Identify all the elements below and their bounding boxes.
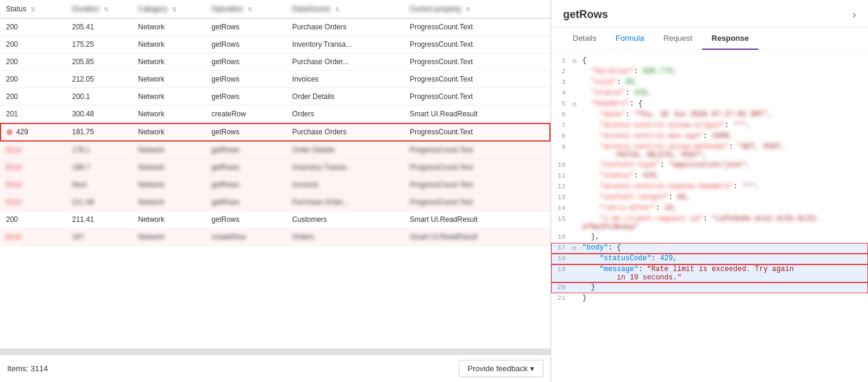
detail-content[interactable]: 1⊟{2 "duration": 680.776,3 "size": 86,4 … xyxy=(551,50,868,382)
cell-category: Network xyxy=(132,142,206,159)
detail-close-button[interactable]: › xyxy=(852,8,856,21)
col-header-category[interactable]: Category ⇅ xyxy=(132,0,206,19)
table-row[interactable]: Error211.48NetworkgetRowsPurchase Order.… xyxy=(0,194,551,211)
table-row[interactable]: 200205.41NetworkgetRowsPurchase OrdersPr… xyxy=(0,19,551,36)
line-value: 429, xyxy=(634,89,651,97)
cell-control: ProgressCount.Text xyxy=(404,53,551,71)
line-toggle[interactable] xyxy=(573,265,582,266)
table-row[interactable]: 200200.1NetworkgetRowsOrder DetailsProgr… xyxy=(0,88,551,106)
cell-datasource: Invoices xyxy=(286,71,404,88)
table-row[interactable]: Error188.7NetworkgetRowsInventory Transa… xyxy=(0,159,551,176)
line-content: "content-length": 86, xyxy=(582,193,868,201)
status-blurred: Error xyxy=(6,233,22,241)
line-toggle[interactable] xyxy=(573,67,582,68)
tab-request[interactable]: Request xyxy=(654,28,701,50)
cell-duration: 167 xyxy=(66,228,132,246)
line-toggle[interactable] xyxy=(573,161,582,162)
cell-operation: getRows xyxy=(205,123,286,142)
cell-category: Network xyxy=(132,88,206,106)
line-key: "access-control-allow-origin" xyxy=(600,121,725,130)
line-number: 13 xyxy=(551,193,573,201)
line-value: "application/json", xyxy=(669,161,751,169)
cell-duration: 175.25 xyxy=(66,36,132,53)
cell-datasource: Purchase Order... xyxy=(286,194,404,211)
line-toggle[interactable] xyxy=(573,110,582,112)
tab-response[interactable]: Response xyxy=(702,28,758,50)
cell-datasource: Purchase Orders xyxy=(286,19,404,36)
col-header-status[interactable]: Status ⇅ xyxy=(0,0,66,19)
table-row[interactable]: Error178.1NetworkgetRowsOrder DetailsPro… xyxy=(0,142,551,159)
code-line: 2 "duration": 680.776, xyxy=(551,67,868,77)
line-number: 21 xyxy=(551,294,573,302)
code-line: 14 "retry-after": 19, xyxy=(551,203,868,214)
line-toggle[interactable] xyxy=(573,132,582,133)
line-key: "duration" xyxy=(591,67,634,76)
tab-formula[interactable]: Formula xyxy=(606,28,654,50)
col-header-duration[interactable]: Duration ⇅ xyxy=(66,0,132,19)
code-line: 19 "message": "Rate limit is exceeded. T… xyxy=(551,264,868,282)
col-header-datasource[interactable]: DataSource ⇅ xyxy=(286,0,404,19)
col-header-operation[interactable]: Operation ⇅ xyxy=(205,0,286,19)
table-row[interactable]: 200175.25NetworkgetRowsInventory Transa.… xyxy=(0,36,551,53)
line-toggle[interactable] xyxy=(573,143,582,144)
table-row[interactable]: ⊗429181.75NetworkgetRowsPurchase OrdersP… xyxy=(0,123,551,142)
cell-status: Error xyxy=(0,176,66,194)
line-toggle[interactable] xyxy=(573,193,582,194)
line-number: 8 xyxy=(551,132,573,140)
table-wrapper[interactable]: Status ⇅ Duration ⇅ Category ⇅ Operati xyxy=(0,0,551,348)
line-toggle[interactable] xyxy=(573,121,582,122)
line-key: "x-ms-client-request-id" xyxy=(600,215,703,223)
code-line: 5⊟ "headers": { xyxy=(551,99,868,110)
table-body: 200205.41NetworkgetRowsPurchase OrdersPr… xyxy=(0,19,551,246)
line-toggle[interactable]: ⊟ xyxy=(573,100,582,108)
sort-icon-control: ⇅ xyxy=(465,6,470,13)
line-value: 680.776, xyxy=(643,67,678,76)
detail-panel: getRows › Details Formula Request Respon… xyxy=(551,0,868,382)
table-row[interactable]: 200211.41NetworkgetRowsCustomersSmart UI… xyxy=(0,211,551,228)
cell-category: Network xyxy=(132,211,206,228)
line-number: 9 xyxy=(551,143,573,151)
line-toggle[interactable] xyxy=(573,233,582,234)
line-value: 86, xyxy=(625,78,639,86)
cell-status: Error xyxy=(0,142,66,159)
monitor-table: Status ⇅ Duration ⇅ Category ⇅ Operati xyxy=(0,0,551,246)
cell-datasource: Order Details xyxy=(286,142,404,159)
code-line: 20 } xyxy=(551,282,868,293)
line-toggle[interactable] xyxy=(573,89,582,90)
cell-operation: getRows xyxy=(205,71,286,88)
cell-datasource: Customers xyxy=(286,211,404,228)
table-footer: Items: 3114 Provide feedback ▾ xyxy=(0,354,551,382)
line-toggle[interactable] xyxy=(573,254,582,255)
code-line: 15 "x-ms-client-request-id": "cdfe9e9e-d… xyxy=(551,214,868,232)
line-toggle[interactable]: ⊟ xyxy=(573,243,582,252)
line-value: 429, xyxy=(660,254,678,263)
line-value: 1000, xyxy=(712,132,733,140)
line-content: "access-control-allow-methods": "GET, PO… xyxy=(582,143,868,160)
line-toggle[interactable] xyxy=(573,182,582,184)
cell-control: ProgressCount.Text xyxy=(404,194,551,211)
line-number: 1 xyxy=(551,56,573,64)
cell-datasource: Orders xyxy=(286,228,404,246)
tab-details[interactable]: Details xyxy=(563,28,606,50)
table-row[interactable]: 201300.48NetworkcreateRowOrdersSmart UI.… xyxy=(0,106,551,123)
table-row[interactable]: Error167NetworkcreateRowOrdersSmart UI.R… xyxy=(0,228,551,246)
table-row[interactable]: ErrorNextNetworkgetRowsInvoicesProgressC… xyxy=(0,176,551,194)
line-toggle[interactable] xyxy=(573,283,582,284)
cell-operation: getRows xyxy=(205,211,286,228)
line-toggle[interactable] xyxy=(573,172,582,173)
cell-control: Smart UI.ReadResult xyxy=(404,228,551,246)
line-toggle[interactable] xyxy=(573,78,582,79)
line-toggle[interactable] xyxy=(573,215,582,216)
provide-feedback-button[interactable]: Provide feedback ▾ xyxy=(459,360,543,377)
line-key: "message" xyxy=(600,265,639,273)
col-header-control[interactable]: Control property ⇅ xyxy=(404,0,551,19)
table-row[interactable]: 200212.05NetworkgetRowsInvoicesProgressC… xyxy=(0,71,551,88)
line-content: "date": "Thu, 18 Jun 2020 07:27:05 GMT", xyxy=(582,110,868,119)
line-key: "size" xyxy=(591,78,616,86)
line-toggle[interactable] xyxy=(573,294,582,295)
line-toggle[interactable]: ⊟ xyxy=(573,56,582,65)
table-row[interactable]: 200205.85NetworkgetRowsPurchase Order...… xyxy=(0,53,551,71)
line-toggle[interactable] xyxy=(573,204,582,205)
horizontal-scrollbar[interactable] xyxy=(0,348,551,354)
line-content: "body": { xyxy=(582,243,868,252)
